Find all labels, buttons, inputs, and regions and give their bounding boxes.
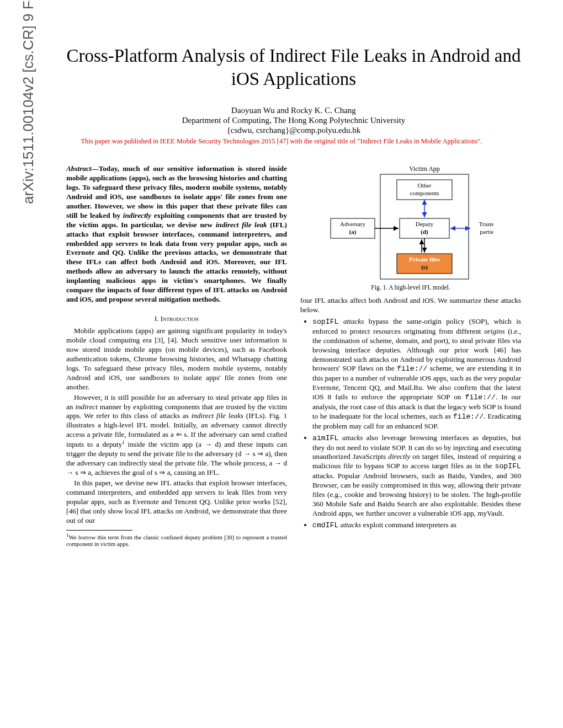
fig-victim-app-label: Victim App	[409, 165, 440, 173]
bullet-sopifl: sopIFL attacks bypass the same-origin po…	[312, 317, 521, 431]
fig-trusted-sub: parties	[480, 228, 493, 235]
fig-trusted-label: Trusted	[479, 221, 493, 227]
fig-adversary-sub: (a)	[349, 228, 357, 235]
abstract-label: Abstract—	[66, 164, 99, 173]
ifl-model-diagram: Victim App Other components Deputy (d) P…	[328, 164, 493, 280]
authors: Daoyuan Wu and Rocky K. C. Chang	[66, 106, 521, 115]
right-column: Victim App Other components Deputy (d) P…	[300, 164, 521, 548]
attack-list: sopIFL attacks bypass the same-origin po…	[300, 317, 521, 531]
abstract-italic-1: indirectly	[123, 211, 151, 220]
intro-paragraph-1: Mobile applications (apps) are gaining s…	[66, 326, 287, 392]
bullet1-name: sopIFL	[312, 318, 338, 326]
bullet2-attacks: attacks	[338, 433, 363, 442]
intro-p2-indirect: indirect	[75, 403, 98, 411]
bullet2-d: attacks. Popular Android browsers, such …	[312, 472, 521, 517]
bullet3-b: exploit command interpreters as	[361, 521, 456, 529]
fig-deputy-sub: (d)	[421, 228, 428, 235]
fig-deputy-label: Deputy	[416, 221, 434, 227]
left-column: Abstract—Today, much of our sensitive in…	[66, 164, 287, 548]
bullet2-directly: directly	[388, 452, 410, 461]
fig-private-files-sub: (s)	[421, 264, 428, 271]
fig-private-files-label: Private files	[409, 256, 440, 263]
fig-other-components-l2: components	[410, 190, 439, 196]
bullet3-attacks: attacks	[338, 521, 361, 529]
fig-other-components-l1: Other	[417, 182, 431, 189]
bullet1-file2: file://	[465, 393, 496, 402]
figure-1-caption: Fig. 1. A high-level IFL model.	[322, 283, 499, 292]
figure-1: Victim App Other components Deputy (d) P…	[322, 164, 499, 292]
bullet3-name: cmdIFL	[312, 521, 338, 529]
abstract-text-3: (IFL) attacks that exploit browser inter…	[66, 221, 287, 303]
bullet-cmdifl: cmdIFL attacks exploit command interpret…	[312, 521, 521, 531]
bullet1-attacks: attacks	[338, 317, 364, 325]
fig-adversary-label: Adversary	[340, 221, 365, 227]
abstract: Abstract—Today, much of our sensitive in…	[66, 164, 287, 304]
col2-lead: four IFL attacks affect both Android and…	[300, 296, 521, 315]
intro-paragraph-2: However, it is still possible for an adv…	[66, 393, 287, 478]
affiliation: Department of Computing, The Hong Kong P…	[66, 116, 521, 125]
publication-note: This paper was published in IEEE Mobile …	[42, 137, 521, 146]
bullet-aimifl: aimIFL attacks also leverage browsing in…	[312, 433, 521, 518]
section-1-heading: I. Introduction	[66, 314, 287, 324]
bullet1-file1: file://	[397, 365, 427, 373]
bullet2-sop: sopIFL	[495, 462, 521, 470]
bullet1-origins: origins	[484, 327, 504, 335]
footnote-separator	[66, 530, 132, 531]
footnote-1: 1We borrow this term from the classic co…	[66, 532, 287, 548]
bullet2-name: aimIFL	[312, 434, 338, 442]
abstract-italic-2: indirect file leak	[216, 221, 267, 229]
paper-title: Cross-Platform Analysis of Indirect File…	[66, 44, 521, 90]
footnote-1-text: We borrow this term from the classic con…	[66, 533, 287, 547]
bullet1-file3: file://	[453, 413, 484, 421]
intro-p2-ifl: indirect file leaks	[192, 411, 243, 420]
intro-paragraph-3: In this paper, we devise new IFL attacks…	[66, 479, 287, 525]
email: {csdwu, csrchang}@comp.polyu.edu.hk	[66, 126, 521, 135]
paper-page: Cross-Platform Analysis of Indirect File…	[0, 0, 563, 570]
